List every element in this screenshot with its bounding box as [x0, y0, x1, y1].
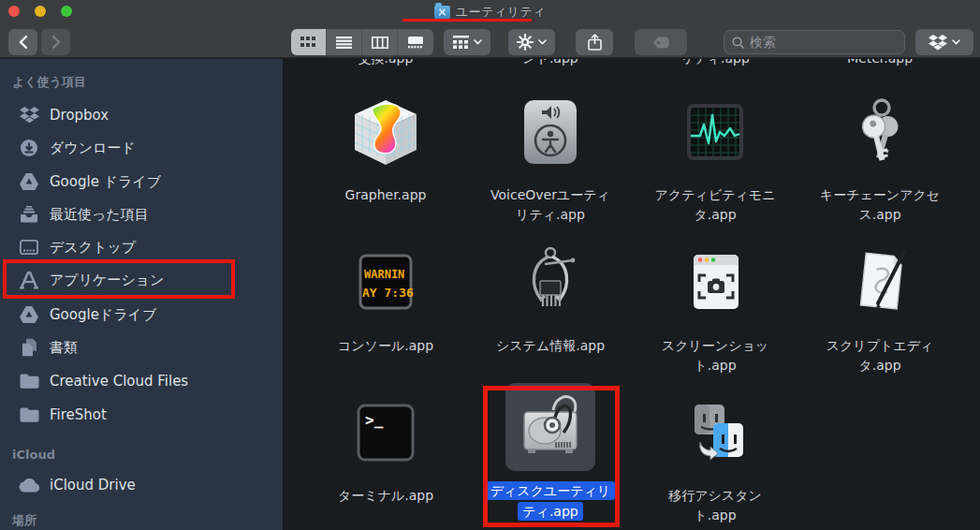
column-view-button[interactable]	[362, 29, 398, 55]
share-icon	[588, 34, 602, 51]
clipped-app-label[interactable]: Meter.app	[797, 59, 962, 66]
gear-icon	[517, 34, 534, 51]
sidebar-item-creative-cloud-files[interactable]: Creative Cloud Files	[19, 369, 188, 393]
app-activity-monitor[interactable]: アクティビティモニタ.app	[633, 88, 797, 225]
chevron-down-icon	[952, 39, 960, 45]
app-label: VoiceOverユーティリティ.app	[468, 185, 633, 225]
sidebar-item-fireshot[interactable]: FireShot	[19, 403, 107, 427]
google-drive-icon	[19, 304, 39, 325]
finder-window: ユーティリティ	[0, 0, 980, 530]
console-icon: WARNIN AY 7:36	[341, 239, 431, 327]
activity-monitor-icon	[670, 88, 760, 176]
clipped-app-label[interactable]: ント.app	[468, 59, 633, 67]
sidebar-section-favorites: よく使う項目	[12, 74, 86, 91]
sidebar-item-desktop[interactable]: デスクトップ	[19, 235, 136, 259]
desktop-icon	[19, 237, 39, 258]
google-drive-icon	[19, 171, 39, 192]
share-button[interactable]	[576, 29, 613, 55]
app-label: アクティビティモニタ.app	[633, 185, 797, 225]
dropbox-icon	[19, 105, 39, 125]
annotation-box-disk-utility	[483, 386, 620, 527]
svg-text:>_: >_	[365, 411, 384, 429]
terminal-icon: >_	[341, 389, 431, 477]
documents-icon	[19, 337, 39, 358]
toolbar	[0, 25, 980, 58]
app-script-editor[interactable]: スクリプトエディタ.app	[797, 239, 962, 375]
sidebar-item-google-drive[interactable]: Google ドライブ	[19, 169, 161, 194]
clipped-app-label[interactable]: リティ.app	[633, 59, 797, 67]
sidebar-item-recents[interactable]: 最近使った項目	[19, 202, 149, 227]
app-voiceover-utility[interactable]: VoiceOverユーティリティ.app	[468, 88, 633, 225]
sidebar-item-downloads[interactable]: ダウンロード	[19, 136, 136, 160]
app-keychain-access[interactable]: キーチェーンアクセス.app	[797, 88, 962, 225]
sidebar-item-dropbox[interactable]: Dropbox	[19, 103, 109, 127]
tag-icon	[652, 37, 670, 49]
app-label: コンソール.app	[303, 336, 468, 375]
app-screenshot[interactable]: スクリーンショット.app	[633, 239, 797, 375]
action-gear-button[interactable]	[508, 29, 555, 55]
list-view-button[interactable]	[327, 29, 362, 55]
dropbox-icon	[929, 35, 947, 51]
screenshot-icon	[670, 239, 760, 327]
tag-button[interactable]	[635, 29, 687, 55]
app-label: Grapher.app	[303, 185, 468, 225]
app-label: ターミナル.app	[303, 486, 468, 525]
annotation-box-applications	[3, 259, 235, 299]
sidebar-item-icloud-drive[interactable]: iCloud Drive	[19, 473, 136, 497]
app-label: キーチェーンアクセス.app	[797, 185, 962, 225]
svg-text:WARNIN: WARNIN	[364, 268, 404, 281]
clipped-app-label[interactable]: 交換.app	[303, 59, 468, 67]
folder-icon	[19, 371, 39, 391]
script-editor-icon	[835, 239, 925, 327]
sidebar-section-icloud: iCloud	[12, 448, 55, 462]
coverflow-view-button[interactable]	[398, 29, 433, 55]
system-information-icon	[505, 239, 595, 327]
download-icon	[19, 138, 39, 158]
dropbox-toolbar-button[interactable]	[915, 29, 973, 55]
app-label: システム情報.app	[468, 336, 633, 375]
app-terminal[interactable]: >_ ターミナル.app	[303, 389, 468, 525]
sidebar-item-documents[interactable]: 書類	[19, 335, 78, 360]
app-grapher[interactable]: Grapher.app	[303, 88, 468, 225]
view-switcher	[291, 29, 433, 55]
app-system-information[interactable]: システム情報.app	[468, 239, 633, 375]
file-grid: 交換.app ント.app リティ.app Meter.app Grap	[284, 59, 980, 530]
grapher-icon	[341, 88, 431, 176]
chevron-down-icon	[538, 39, 547, 45]
sidebar-section-locations: 場所	[12, 512, 37, 529]
back-button[interactable]	[8, 29, 37, 55]
icloud-icon	[19, 475, 39, 495]
keychain-icon	[835, 88, 925, 176]
annotation-title-underline	[402, 19, 532, 22]
app-console[interactable]: WARNIN AY 7:36 コンソール.app	[303, 239, 468, 375]
forward-button[interactable]	[41, 29, 70, 55]
migration-assistant-icon	[670, 389, 760, 477]
voiceover-icon	[505, 88, 595, 176]
sidebar-item-google-drive-2[interactable]: Googleドライブ	[19, 302, 156, 327]
icon-view-button[interactable]	[291, 29, 327, 55]
utilities-folder-icon	[434, 6, 450, 19]
recents-icon	[19, 204, 39, 225]
app-label: 移行アシスタント.app	[633, 486, 797, 525]
search-input[interactable]	[750, 35, 881, 50]
group-by-button[interactable]	[444, 29, 490, 55]
chevron-down-icon	[474, 39, 482, 45]
app-migration-assistant[interactable]: 移行アシスタント.app	[633, 389, 797, 525]
search-field[interactable]	[724, 30, 905, 54]
svg-text:AY 7:36: AY 7:36	[362, 286, 414, 300]
app-label: スクリプトエディタ.app	[797, 336, 962, 375]
app-label: スクリーンショット.app	[633, 336, 797, 375]
search-icon	[732, 37, 744, 49]
folder-icon	[19, 405, 39, 425]
